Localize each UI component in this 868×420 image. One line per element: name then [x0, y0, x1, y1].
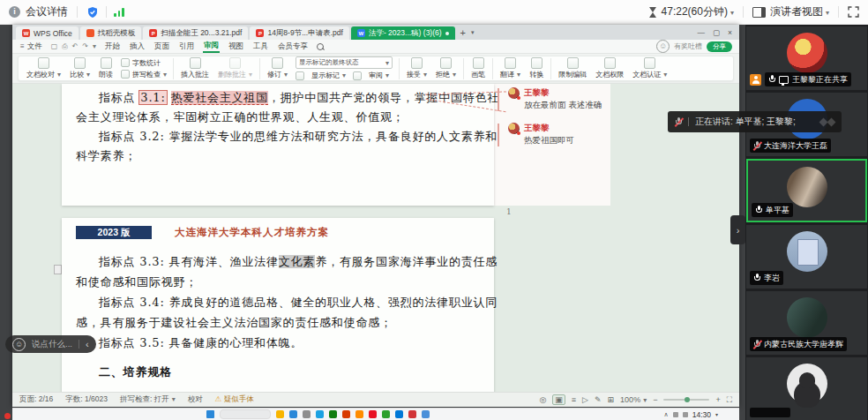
ribbon-word-count-button[interactable]: 字数统计: [121, 58, 167, 68]
ribbon-delete-comment-button[interactable]: 删除批注: [213, 57, 257, 79]
windows-taskbar[interactable]: ∧ 14:30 ▾: [12, 408, 739, 420]
menu-review[interactable]: 审阅: [203, 40, 220, 53]
save-icon[interactable]: ▢: [51, 42, 58, 51]
taskbar-app-icon[interactable]: [329, 410, 337, 418]
redo-icon[interactable]: ↷: [82, 42, 88, 51]
fit-page-icon[interactable]: ⊞: [608, 395, 615, 404]
ribbon-convert-button[interactable]: 转换: [525, 57, 548, 79]
taskbar-app-icon[interactable]: [382, 410, 390, 418]
taskbar-app-icon[interactable]: [303, 410, 311, 418]
fullscreen-icon[interactable]: [848, 6, 859, 18]
ribbon-doc-certify-button[interactable]: 文档认证: [628, 57, 671, 79]
undo-icon[interactable]: ↶: [72, 42, 79, 51]
zoom-slider[interactable]: [663, 399, 709, 401]
tab-wps-home[interactable]: W WPS Office: [16, 26, 79, 40]
emoji-icon[interactable]: [12, 338, 26, 351]
ribbon-show-markup-button[interactable]: 显示标记: [296, 71, 346, 80]
ribbon-accept-button[interactable]: 接受: [402, 57, 431, 79]
ribbon-review-pane-button[interactable]: 审阅: [353, 71, 389, 80]
tab-docer-templates[interactable]: 找稻壳模板: [80, 26, 142, 40]
ribbon-restrict-edit-button[interactable]: 限制编辑: [554, 57, 591, 79]
taskbar-app-icon[interactable]: [316, 410, 324, 418]
new-tab-button[interactable]: +: [457, 27, 469, 38]
participant-tile-partial[interactable]: [746, 357, 867, 420]
menu-view[interactable]: 视图: [228, 41, 244, 52]
taskbar-app-icon[interactable]: [355, 410, 363, 418]
comment-item[interactable]: 王黎黎 热爱祖国即可: [508, 123, 607, 146]
more-caret-icon[interactable]: ▾: [93, 42, 96, 51]
taskbar-app-icon[interactable]: [395, 410, 403, 418]
tab-list-caret[interactable]: ▾: [471, 29, 475, 36]
taskbar-app-icon[interactable]: [289, 410, 297, 418]
pen-tool-icon[interactable]: ✎: [595, 395, 602, 404]
tray-caret-icon[interactable]: ▾: [715, 411, 718, 417]
menu-insert[interactable]: 插入: [129, 41, 146, 52]
sidebar-collapse-button[interactable]: ›: [730, 215, 745, 244]
eye-protect-icon[interactable]: ◎: [539, 395, 546, 404]
menu-page[interactable]: 页面: [153, 41, 170, 52]
menu-start[interactable]: 开始: [104, 41, 121, 52]
menu-reference[interactable]: 引用: [178, 41, 195, 52]
tab-pdf-2[interactable]: P 14周8-9节...申请表.pdf: [250, 26, 349, 40]
ribbon-read-aloud-button[interactable]: 朗读: [94, 57, 117, 79]
comment-item[interactable]: 王黎黎 放在最前面 表述准确: [508, 87, 607, 111]
ribbon-track-changes-button[interactable]: 修订: [263, 57, 292, 79]
ribbon-insert-comment-button[interactable]: 插入批注: [176, 57, 213, 79]
tray-icon[interactable]: [683, 412, 688, 417]
tray-expand-icon[interactable]: ∧: [664, 411, 669, 418]
minimize-button[interactable]: —: [698, 28, 706, 37]
feedback-button[interactable]: 有奖吐槽: [674, 41, 702, 51]
file-menu[interactable]: ≡ 文件: [19, 41, 43, 52]
system-clock[interactable]: 14:30: [692, 410, 711, 419]
ribbon-pen-button[interactable]: 画笔: [467, 57, 490, 79]
zoom-in-button[interactable]: +: [715, 395, 720, 404]
ribbon-reject-button[interactable]: 拒绝: [431, 57, 460, 79]
meeting-details-button[interactable]: 会议详情: [26, 4, 68, 19]
tab-active-document[interactable]: W 法学- 2023...稿) (3)(6): [351, 26, 455, 40]
taskbar-search[interactable]: [220, 409, 271, 419]
taskbar-app-icon[interactable]: [369, 410, 377, 418]
ribbon-doc-permission-button[interactable]: 文档权限: [591, 57, 628, 79]
participant-tile-active-speaker[interactable]: 单平基: [746, 159, 867, 222]
meeting-timer[interactable]: 47:22(60分钟): [649, 4, 734, 19]
ribbon-spell-check-button[interactable]: 拼写检查: [121, 70, 167, 79]
collapse-chat-icon[interactable]: ‹: [86, 339, 89, 349]
ribbon-compare-button[interactable]: 比较: [65, 57, 94, 79]
status-spellcheck[interactable]: 拼写检查: 打开: [120, 394, 176, 405]
menu-member[interactable]: 会员专享: [277, 41, 309, 52]
zoom-level[interactable]: 100%: [620, 395, 647, 404]
fullscreen-toggle-icon[interactable]: ⛶: [727, 395, 732, 405]
view-mode-button[interactable]: 演讲者视图: [752, 4, 829, 19]
taskbar-app-icon[interactable]: [422, 410, 430, 418]
menu-tools[interactable]: 工具: [252, 41, 269, 52]
ribbon-label: 翻译: [500, 70, 520, 79]
ribbon-proofing-button[interactable]: 文档校对: [22, 57, 65, 79]
tab-pdf-1[interactable]: P 扫描全能王 20...3.21.pdf: [143, 26, 248, 40]
close-button[interactable]: ×: [728, 28, 732, 37]
taskbar-app-icon[interactable]: [342, 410, 350, 418]
status-proofread[interactable]: 校对: [188, 394, 203, 405]
share-button[interactable]: 分享: [707, 41, 732, 52]
restore-button[interactable]: ▢: [713, 28, 720, 37]
taskbar-app-icon[interactable]: [276, 410, 284, 418]
status-warning[interactable]: 疑似手体: [215, 394, 254, 405]
participant-tile-sharing[interactable]: 王黎黎正在共享: [746, 26, 867, 90]
dropdown-value: 显示标记的最终状态: [299, 58, 359, 67]
page-view-icon[interactable]: ▣: [552, 394, 565, 405]
ribbon-translate-button[interactable]: 翻译: [496, 57, 525, 79]
start-button[interactable]: [206, 410, 214, 418]
search-icon[interactable]: [317, 43, 324, 50]
play-view-icon[interactable]: ▷: [582, 395, 588, 404]
tray-icon[interactable]: [673, 412, 678, 417]
taskbar-app-icon[interactable]: [408, 410, 416, 418]
participant-tile[interactable]: 内蒙古民族大学唐孝辉: [746, 291, 867, 355]
divider: [838, 6, 839, 18]
zoom-out-button[interactable]: −: [653, 395, 657, 404]
participant-tile[interactable]: 李岩: [746, 225, 867, 289]
markup-state-dropdown[interactable]: 显示标记的最终状态: [296, 56, 393, 69]
document-canvas[interactable]: 指标点 3.1: 热爱社会主义祖国，拥护中国共产党的领导，掌握中国特色社 会主义…: [12, 84, 739, 392]
outline-view-icon[interactable]: ≡: [572, 395, 576, 404]
quick-access-toolbar[interactable]: ▢ ⎙ ↶ ↷ ▾: [51, 42, 96, 51]
print-icon[interactable]: ⎙: [62, 42, 67, 51]
chat-input-pill[interactable]: 说点什么... ‹: [5, 335, 96, 353]
